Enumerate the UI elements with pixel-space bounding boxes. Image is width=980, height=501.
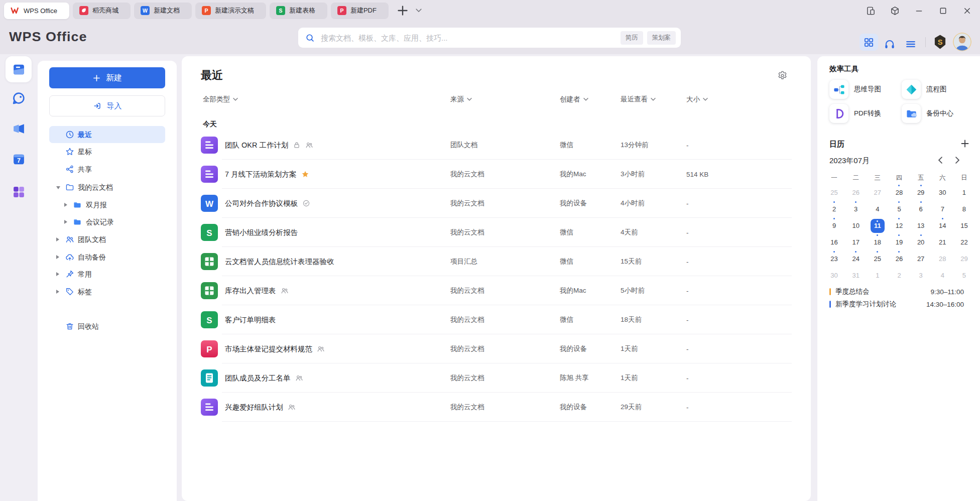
calendar-day[interactable]: 1 xyxy=(953,184,975,201)
calendar-day[interactable]: 13 xyxy=(910,217,932,234)
calendar-day[interactable]: 9 xyxy=(823,217,845,234)
new-document-button[interactable]: 新建 xyxy=(49,67,165,88)
membership-badge[interactable]: S xyxy=(933,34,947,50)
calendar-day[interactable]: 22 xyxy=(953,234,975,250)
file-row[interactable]: S营销小组业绩分析报告我的云文档微信4天前- xyxy=(182,218,811,247)
calendar-day[interactable]: 21 xyxy=(932,234,953,250)
calendar-day[interactable]: 12 xyxy=(888,217,910,234)
search-input[interactable] xyxy=(320,33,617,43)
calendar-day[interactable]: 23 xyxy=(823,250,845,267)
rail-item-meetings[interactable] xyxy=(12,122,26,136)
tab-new-sheet[interactable]: S新建表格 xyxy=(270,3,327,19)
sidebar-item-starred[interactable]: 星标 xyxy=(49,143,165,160)
calendar-prev-button[interactable] xyxy=(937,157,944,164)
calendar-day[interactable]: 7 xyxy=(932,201,953,217)
caret-right-icon[interactable] xyxy=(56,237,59,241)
user-avatar[interactable] xyxy=(953,33,971,51)
import-button[interactable]: 导入 xyxy=(49,95,165,116)
tool-backup-center[interactable]: 备份中心 xyxy=(902,104,953,123)
calendar-day[interactable]: 27 xyxy=(867,184,888,201)
tab-new-doc[interactable]: W新建文档 xyxy=(134,3,192,19)
calendar-day[interactable]: 30 xyxy=(932,184,953,201)
tool-pdf-convert[interactable]: PDF转换 xyxy=(829,104,881,123)
caret-right-icon[interactable] xyxy=(64,220,67,224)
file-row[interactable]: 兴趣爱好组队计划我的云文档我的设备29天前- xyxy=(182,393,811,422)
minimize-button[interactable] xyxy=(914,6,924,16)
tab-new-ppt[interactable]: P新建演示文稿 xyxy=(195,3,266,19)
search-tag[interactable]: 简历 xyxy=(621,31,643,45)
caret-right-icon[interactable] xyxy=(56,255,59,259)
filter-type[interactable]: 全部类型 xyxy=(203,95,238,104)
tab-list-dropdown[interactable] xyxy=(416,8,422,13)
file-row[interactable]: 7 月线下活动策划方案我的云文档我的Mac3小时前514 KB xyxy=(182,160,811,189)
rail-item-messages[interactable] xyxy=(12,91,26,105)
calendar-day[interactable]: 8 xyxy=(953,201,975,217)
sidebar-item-shared[interactable]: 共享 xyxy=(49,161,165,178)
calendar-day[interactable]: 5 xyxy=(888,201,910,217)
support-button[interactable] xyxy=(884,38,896,50)
filter-viewed[interactable]: 最近查看 xyxy=(621,95,656,104)
tool-flowchart[interactable]: 流程图 xyxy=(902,80,947,99)
apps-grid-toggle[interactable] xyxy=(860,34,878,51)
calendar-day[interactable]: 3 xyxy=(845,201,867,217)
tree-item-team-docs[interactable]: 团队文档 xyxy=(38,231,177,247)
calendar-day[interactable]: 11 xyxy=(867,217,888,234)
calendar-day[interactable]: 27 xyxy=(910,250,932,267)
file-row[interactable]: 库存出入管理表我的云文档我的Mac5小时前- xyxy=(182,276,811,305)
calendar-day[interactable]: 4 xyxy=(867,201,888,217)
tree-item-meeting-notes[interactable]: 会议记录 xyxy=(38,214,177,230)
calendar-day[interactable]: 15 xyxy=(953,217,975,234)
device-button[interactable] xyxy=(866,6,876,16)
filter-size[interactable]: 大小 xyxy=(686,95,708,104)
rail-item-apps[interactable] xyxy=(12,185,26,199)
file-row[interactable]: 云文档管人员信息统计表理器验收项目汇总微信15天前- xyxy=(182,247,811,276)
calendar-day[interactable]: 10 xyxy=(845,217,867,234)
calendar-day[interactable]: 2 xyxy=(823,201,845,217)
rail-item-documents[interactable] xyxy=(6,56,32,82)
calendar-day[interactable]: 31 xyxy=(845,267,867,284)
calendar-day[interactable]: 19 xyxy=(888,234,910,250)
calendar-day[interactable]: 25 xyxy=(823,184,845,201)
tree-item-tags[interactable]: 标签 xyxy=(38,284,177,300)
calendar-event[interactable]: 新季度学习计划讨论14:30–16:00 xyxy=(829,299,964,309)
calendar-day[interactable]: 16 xyxy=(823,234,845,250)
calendar-day[interactable]: 3 xyxy=(910,267,932,284)
tab-docer-mall[interactable]: 稻壳商城 xyxy=(73,3,131,19)
new-tab-button[interactable] xyxy=(396,4,409,17)
filter-source[interactable]: 来源 xyxy=(450,95,472,104)
calendar-day[interactable]: 28 xyxy=(888,184,910,201)
file-row[interactable]: W公司对外合作协议模板我的云文档我的设备4小时前- xyxy=(182,189,811,218)
caret-down-icon[interactable] xyxy=(56,186,60,189)
calendar-day[interactable]: 29 xyxy=(910,184,932,201)
calendar-day[interactable]: 5 xyxy=(953,267,975,284)
file-row[interactable]: 团队成员及分工名单我的云文档陈旭 共享1天前- xyxy=(182,363,811,393)
file-row[interactable]: P市场主体登记提交材料规范我的云文档我的设备1天前- xyxy=(182,334,811,363)
calendar-next-button[interactable] xyxy=(954,157,961,164)
tab-new-pdf[interactable]: P新建PDF xyxy=(331,3,389,19)
rail-item-calendar[interactable]: 7 xyxy=(12,153,26,166)
calendar-day[interactable]: 4 xyxy=(932,267,953,284)
calendar-day[interactable]: 30 xyxy=(823,267,845,284)
calendar-day[interactable]: 17 xyxy=(845,234,867,250)
main-menu-button[interactable] xyxy=(905,38,917,50)
sidebar-item-recycle-bin[interactable]: 回收站 xyxy=(49,318,165,335)
close-button[interactable] xyxy=(962,6,972,16)
sidebar-item-recent[interactable]: 最近 xyxy=(49,126,165,143)
filter-creator[interactable]: 创建者 xyxy=(560,95,588,104)
calendar-day[interactable]: 26 xyxy=(888,250,910,267)
calendar-day[interactable]: 18 xyxy=(867,234,888,250)
calendar-day[interactable]: 2 xyxy=(888,267,910,284)
labs-button[interactable] xyxy=(890,6,900,16)
calendar-day[interactable]: 14 xyxy=(932,217,953,234)
calendar-day[interactable]: 20 xyxy=(910,234,932,250)
tree-item-auto-backup[interactable]: 自动备份 xyxy=(38,249,177,265)
calendar-day[interactable]: 29 xyxy=(953,250,975,267)
file-row[interactable]: S客户订单明细表我的云文档微信18天前- xyxy=(182,305,811,334)
calendar-day[interactable]: 1 xyxy=(867,267,888,284)
tree-item-frequent[interactable]: 常用 xyxy=(38,266,177,282)
caret-right-icon[interactable] xyxy=(64,203,67,207)
maximize-button[interactable] xyxy=(938,6,948,16)
calendar-day[interactable]: 25 xyxy=(867,250,888,267)
add-event-button[interactable] xyxy=(960,139,970,149)
calendar-day[interactable]: 28 xyxy=(932,250,953,267)
